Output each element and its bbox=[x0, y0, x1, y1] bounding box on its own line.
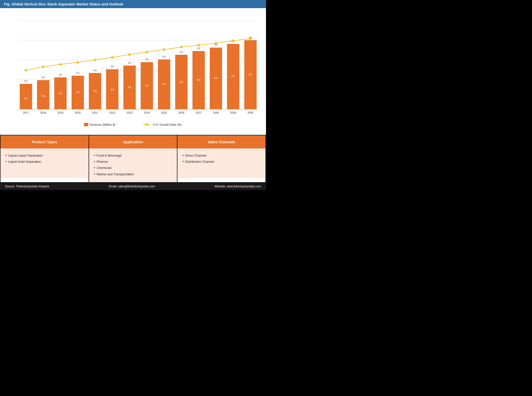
sales-channels-box: Sales Channels Direct Channel Distributi… bbox=[177, 135, 266, 182]
application-box: Application Food & Beverage Pharma Chemi… bbox=[89, 135, 177, 182]
product-types-header: Product Types bbox=[0, 135, 89, 148]
application-list: Food & Beverage Pharma Chemicals Marine … bbox=[94, 152, 172, 177]
dot-2028 bbox=[215, 42, 217, 44]
list-item: Distribution Channel bbox=[182, 159, 261, 165]
svg-text:2017: 2017 bbox=[23, 111, 29, 114]
list-item: Food & Beverage bbox=[94, 152, 172, 159]
svg-text:XX: XX bbox=[76, 91, 80, 94]
svg-text:XX: XX bbox=[76, 72, 80, 74]
svg-text:XX: XX bbox=[128, 61, 132, 64]
footer: Source: Theindustrystats Analysis Email:… bbox=[0, 183, 266, 190]
svg-text:XX: XX bbox=[162, 55, 166, 58]
bar-2017 bbox=[20, 84, 32, 109]
dot-2022 bbox=[111, 56, 114, 59]
dot-2023 bbox=[128, 53, 131, 56]
dot-2025 bbox=[163, 48, 165, 51]
svg-text:XX: XX bbox=[197, 78, 201, 81]
svg-text:2029: 2029 bbox=[230, 111, 236, 114]
svg-text:XX: XX bbox=[197, 47, 201, 50]
dot-2020 bbox=[76, 61, 79, 64]
svg-text:2030: 2030 bbox=[247, 111, 253, 114]
footer-website: Website: www.theindustrystats.com bbox=[214, 185, 261, 188]
svg-text:XX: XX bbox=[24, 80, 28, 83]
legend-growth-dot bbox=[146, 123, 148, 126]
svg-text:2019: 2019 bbox=[57, 111, 63, 114]
chart-header: Fig. Global Vertical Disc Stack Separato… bbox=[0, 0, 266, 8]
svg-text:2018: 2018 bbox=[40, 111, 46, 114]
svg-text:2021: 2021 bbox=[92, 111, 98, 114]
product-types-box: Product Types Liquid-Liquid Separation L… bbox=[0, 135, 89, 182]
svg-text:2023: 2023 bbox=[127, 111, 133, 114]
chart-title: Fig. Global Vertical Disc Stack Separato… bbox=[4, 2, 123, 6]
dot-2024 bbox=[146, 51, 148, 53]
svg-text:XX: XX bbox=[93, 90, 97, 92]
legend-revenue-label: Revenue (Million $) bbox=[90, 123, 115, 126]
legend-revenue-icon bbox=[84, 123, 88, 126]
svg-text:XX: XX bbox=[128, 86, 132, 89]
main-container: Fig. Global Vertical Disc Stack Separato… bbox=[0, 0, 266, 190]
sales-channels-list: Direct Channel Distribution Channel bbox=[182, 152, 261, 165]
svg-text:XX: XX bbox=[162, 83, 166, 86]
svg-text:XX: XX bbox=[180, 80, 183, 83]
svg-text:XX: XX bbox=[111, 65, 114, 68]
chart-area: The Industry Stats m a r k e t r e s e a… bbox=[0, 8, 266, 135]
svg-text:XX: XX bbox=[93, 69, 97, 72]
dot-2027 bbox=[197, 44, 200, 46]
svg-text:XX: XX bbox=[41, 94, 45, 97]
svg-text:2024: 2024 bbox=[144, 111, 150, 114]
svg-text:XX: XX bbox=[214, 77, 218, 80]
list-item: Chemicals bbox=[94, 165, 172, 171]
svg-text:2025: 2025 bbox=[161, 111, 167, 114]
svg-text:2026: 2026 bbox=[178, 111, 184, 114]
sales-channels-header: Sales Channels bbox=[177, 135, 266, 148]
dot-2030 bbox=[249, 37, 252, 40]
dot-2019 bbox=[59, 63, 62, 66]
svg-text:XX: XX bbox=[231, 75, 235, 78]
dot-2018 bbox=[42, 66, 44, 68]
svg-text:XX: XX bbox=[41, 76, 45, 79]
svg-text:XX: XX bbox=[59, 92, 62, 95]
svg-text:2020: 2020 bbox=[75, 111, 81, 114]
list-item: Direct Channel bbox=[182, 152, 261, 159]
dot-2029 bbox=[232, 39, 234, 42]
dot-2017 bbox=[25, 69, 27, 72]
list-item: Liquid-Liquid Separation bbox=[5, 152, 84, 159]
product-types-content: Liquid-Liquid Separation Liquid-Solid Se… bbox=[0, 148, 89, 178]
svg-text:2022: 2022 bbox=[109, 111, 115, 114]
svg-text:2028: 2028 bbox=[213, 111, 219, 114]
dot-2021 bbox=[94, 59, 96, 61]
svg-text:XX: XX bbox=[24, 97, 28, 100]
list-item: Liquid-Solid Separation bbox=[5, 159, 84, 165]
list-item: Pharma bbox=[94, 159, 172, 165]
footer-source: Source: Theindustrystats Analysis bbox=[5, 185, 49, 188]
sales-channels-content: Direct Channel Distribution Channel bbox=[177, 148, 266, 178]
legend-growth-label: Y-oY Growth Rate (%) bbox=[152, 123, 182, 126]
svg-text:XX: XX bbox=[249, 73, 252, 76]
application-header: Application bbox=[89, 135, 177, 148]
footer-email: Email: sales@theindustrystats.com bbox=[109, 185, 155, 188]
product-types-list: Liquid-Liquid Separation Liquid-Solid Se… bbox=[5, 152, 84, 165]
list-item: Marine and Transportation bbox=[94, 171, 172, 177]
application-content: Food & Beverage Pharma Chemicals Marine … bbox=[89, 148, 177, 182]
chart-svg: XX XX 2017 XX XX 2018 XX XX 2019 XX XX 2… bbox=[5, 13, 261, 131]
svg-text:XX: XX bbox=[111, 88, 114, 91]
svg-text:XX: XX bbox=[180, 51, 183, 54]
svg-text:XX: XX bbox=[145, 84, 149, 87]
svg-text:XX: XX bbox=[145, 58, 149, 61]
categories-section: Product Types Liquid-Liquid Separation L… bbox=[0, 135, 266, 183]
svg-text:2027: 2027 bbox=[196, 111, 202, 114]
dot-2026 bbox=[180, 46, 183, 48]
svg-text:XX: XX bbox=[59, 73, 62, 76]
